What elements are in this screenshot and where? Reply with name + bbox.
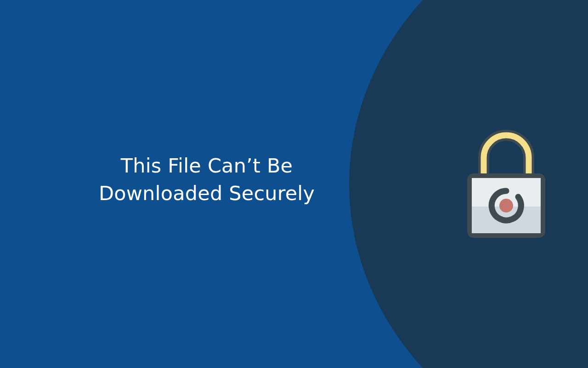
- padlock-icon: [458, 122, 554, 246]
- headline-line-1: This File Can’t Be: [121, 154, 293, 177]
- headline-line-2: Downloaded Securely: [99, 182, 315, 205]
- svg-point-4: [499, 199, 513, 213]
- error-headline: This File Can’t Be Downloaded Securely: [78, 152, 335, 207]
